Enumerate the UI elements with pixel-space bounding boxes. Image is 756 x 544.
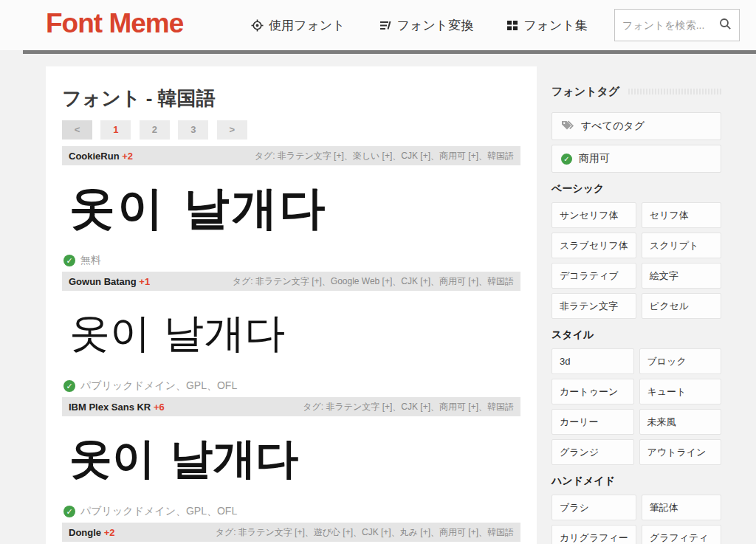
font-tags[interactable]: タグ: 非ラテン文字 [+]、Google Web [+]、CJK [+]、商用… [233,275,514,288]
tag-group-title-style: スタイル [551,328,721,342]
tags-icon [561,120,574,134]
check-icon: ✓ [63,255,75,266]
tag-button-grunge[interactable]: グランジ [551,439,634,465]
tag-button-3d[interactable]: 3d [551,348,634,374]
convert-icon [379,19,392,32]
tag-group-title-basic: ベーシック [551,182,721,196]
font-more-count[interactable]: +6 [154,402,165,413]
check-icon: ✓ [63,380,75,392]
tag-button-cartoon[interactable]: カートゥーン [551,379,634,404]
search-button[interactable] [719,18,732,32]
font-license: ✓ パブリックドメイン、GPL、OFL [62,502,520,521]
grid-icon [507,20,518,31]
font-list: CookieRun +2 タグ: 非ラテン文字 [+]、楽しい [+]、CJK … [62,146,520,542]
pagination-page-3[interactable]: 3 [178,120,208,140]
pagination-prev[interactable]: < [62,120,92,140]
font-sample-image[interactable]: 옷이 날개다 [62,291,520,376]
font-name-link[interactable]: IBM Plex Sans KR +6 [69,402,165,413]
sidebar-heading: フォントタグ [551,84,721,99]
font-entry-header: Dongle +2 タグ: 非ラテン文字 [+]、遊び心 [+]、CJK [+]… [62,523,520,542]
all-tags-button[interactable]: すべてのタグ [551,112,721,140]
tag-button-script[interactable]: スクリプト [642,233,721,258]
font-license: ✓ パブリックドメイン、GPL、OFL [62,376,520,396]
font-name: CookieRun [69,151,120,162]
search-icon [719,18,732,32]
license-text: 無料 [80,254,101,267]
font-name: IBM Plex Sans KR [69,402,151,413]
font-name-link[interactable]: Gowun Batang +1 [69,276,150,287]
page-title: フォント - 韓国語 [62,86,520,111]
tag-button-sans-serif[interactable]: サンセリフ体 [551,202,636,228]
font-sample-image[interactable]: 옷이 날개다 [62,416,520,502]
tag-group-title-handmade: ハンドメイド [551,475,721,488]
nav-item-label: 使用フォント [269,17,346,34]
font-entry: Dongle +2 タグ: 非ラテン文字 [+]、遊び心 [+]、CJK [+]… [62,523,520,542]
check-icon: ✓ [561,154,572,165]
pagination-page-1[interactable]: 1 [100,120,131,140]
pagination-next[interactable]: > [217,120,247,140]
nav-item-fonts-in-use[interactable]: 使用フォント [251,17,346,34]
font-license: ✓ 無料 [62,251,520,270]
tag-button-curly[interactable]: カーリー [551,409,634,435]
pagination: < 1 2 3 > [62,120,520,140]
nav-item-label: フォント変換 [397,17,474,34]
site-header: Font Meme 使用フォント フォント変換 フォント集 [0,0,756,50]
font-tags[interactable]: タグ: 非ラテン文字 [+]、CJK [+]、商用可 [+]、韓国語 [303,401,514,413]
font-name-link[interactable]: CookieRun +2 [69,151,133,162]
target-icon [251,19,264,32]
tag-button-cute[interactable]: キュート [639,379,722,404]
sidebar-heading-label: フォントタグ [551,85,619,99]
nav-item-font-collection[interactable]: フォント集 [507,17,588,34]
tag-button-outline[interactable]: アウトライン [639,439,722,465]
tag-button-emoji[interactable]: 絵文字 [642,263,721,289]
font-name: Dongle [69,527,101,538]
license-text: パブリックドメイン、GPL、OFL [80,505,237,518]
font-name-link[interactable]: Dongle +2 [69,527,115,538]
main-content: フォント - 韓国語 < 1 2 3 > CookieRun +2 タグ: 非ラ… [46,66,537,544]
tag-button-brush[interactable]: ブラシ [551,495,636,520]
commercial-use-label: 商用可 [579,152,610,165]
main-nav: 使用フォント フォント変換 フォント集 [251,0,588,50]
license-text: パブリックドメイン、GPL、OFL [80,379,237,393]
font-more-count[interactable]: +2 [122,151,133,162]
font-entry-header: Gowun Batang +1 タグ: 非ラテン文字 [+]、Google We… [62,272,520,291]
font-entry: CookieRun +2 タグ: 非ラテン文字 [+]、楽しい [+]、CJK … [62,146,520,270]
header-divider [23,50,756,54]
tag-grid-basic: サンセリフ体 セリフ体 スラブセリフ体 スクリプト デコラティブ 絵文字 非ラテ… [551,202,721,319]
font-more-count[interactable]: +2 [104,527,115,538]
pagination-page-2[interactable]: 2 [140,120,170,140]
font-entry: Gowun Batang +1 タグ: 非ラテン文字 [+]、Google We… [62,272,520,396]
tag-button-slab-serif[interactable]: スラブセリフ体 [551,233,636,258]
decorative-stripe [628,89,721,94]
nav-item-font-generator[interactable]: フォント変換 [379,17,474,34]
tag-button-decorative[interactable]: デコラティブ [551,263,636,289]
tag-grid-handmade: ブラシ 筆記体 カリグラフィー グラフィティ [551,495,721,544]
search-input[interactable] [622,19,719,31]
sidebar-font-tags: フォントタグ すべてのタグ ✓ 商用可 ベーシック サンセリフ体 セリフ体 スラ… [551,84,721,544]
search-box [614,9,740,41]
font-tags[interactable]: タグ: 非ラテン文字 [+]、楽しい [+]、CJK [+]、商用可 [+]、韓… [255,150,514,162]
font-entry-header: CookieRun +2 タグ: 非ラテン文字 [+]、楽しい [+]、CJK … [62,146,520,165]
check-icon: ✓ [63,506,75,517]
font-more-count[interactable]: +1 [139,276,150,287]
font-name: Gowun Batang [69,276,137,287]
nav-item-label: フォント集 [523,17,588,34]
tag-button-non-latin[interactable]: 非ラテン文字 [551,293,636,319]
site-logo[interactable]: Font Meme [46,8,183,39]
font-tags[interactable]: タグ: 非ラテン文字 [+]、遊び心 [+]、CJK [+]、丸み [+]、商用… [216,526,514,539]
tag-button-graffiti[interactable]: グラフィティ [642,525,721,544]
commercial-use-filter-button[interactable]: ✓ 商用可 [551,145,721,173]
tag-grid-style: 3d ブロック カートゥーン キュート カーリー 未来風 グランジ アウトライン [551,348,721,465]
all-tags-label: すべてのタグ [581,120,645,133]
tag-button-serif[interactable]: セリフ体 [642,202,721,228]
tag-button-handwriting[interactable]: 筆記体 [642,495,721,520]
font-entry: IBM Plex Sans KR +6 タグ: 非ラテン文字 [+]、CJK [… [62,397,520,521]
tag-button-pixel[interactable]: ピクセル [642,293,721,319]
font-sample-image[interactable]: 옷이 날개다 [62,165,520,251]
font-entry-header: IBM Plex Sans KR +6 タグ: 非ラテン文字 [+]、CJK [… [62,397,520,416]
tag-button-block[interactable]: ブロック [639,348,722,374]
tag-button-calligraphy[interactable]: カリグラフィー [551,525,636,544]
tag-button-futuristic[interactable]: 未来風 [639,409,722,435]
